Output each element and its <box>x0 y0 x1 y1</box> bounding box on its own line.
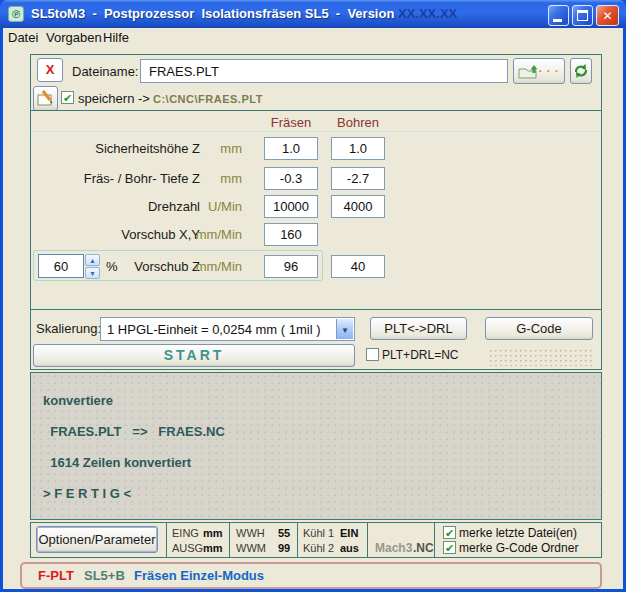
param-input-tiefe-fraesen[interactable] <box>264 167 318 190</box>
app-icon: ℗ <box>8 6 24 22</box>
remember-files-checkbox[interactable]: ✔ <box>443 526 456 539</box>
footer-divider <box>367 522 368 558</box>
param-input-sicherheitshoehe-bohren[interactable] <box>331 137 385 160</box>
mach3-label: Mach3 <box>375 541 412 555</box>
minimize-icon <box>553 19 562 22</box>
console-padding <box>31 373 601 393</box>
title-version: XX.XX.XX <box>398 6 457 21</box>
footer-divider <box>434 522 435 558</box>
menubar: Datei Vorgaben Hilfe <box>3 28 623 47</box>
param-input-drehzahl-bohren[interactable] <box>331 195 385 218</box>
kuehl1-value: EIN <box>340 527 358 539</box>
eing-label: EING <box>172 527 199 539</box>
wwh-value: 55 <box>278 527 290 539</box>
plt-drl-button[interactable]: PLT<->DRL <box>370 317 467 340</box>
refresh-button[interactable] <box>570 58 592 84</box>
dotted-pattern <box>488 348 593 366</box>
gcode-button[interactable]: G-Code <box>485 317 593 340</box>
folder-open-icon <box>518 64 540 79</box>
title-main: SL5toM3 - Postprozessor Isolationsfräsen… <box>31 6 398 21</box>
close-icon: ✕ <box>597 7 618 25</box>
footer-divider <box>229 522 230 558</box>
plt-drl-nc-checkbox[interactable] <box>366 348 379 361</box>
close-button[interactable]: ✕ <box>596 5 619 26</box>
kuehl2-label: Kühl 2 <box>303 542 334 554</box>
footer-divider <box>297 522 298 558</box>
refresh-icon <box>573 63 589 79</box>
clear-x-icon: X <box>46 62 55 77</box>
statusbar: F-PLT SL5+B Fräsen Einzel-Modus <box>20 562 602 589</box>
header-separator <box>31 131 601 132</box>
scaling-combobox[interactable]: 1 HPGL-Einheit = 0,0254 mm ( 1mil ) ▼ <box>100 317 355 341</box>
kuehl1-label: Kühl 1 <box>303 527 334 539</box>
edit-button[interactable] <box>33 86 58 111</box>
filename-input[interactable] <box>140 59 508 83</box>
console-line: FRAES.PLT => FRAES.NC <box>43 424 601 440</box>
console-output: konvertiere FRAES.PLT => FRAES.NC 1614 Z… <box>30 372 602 520</box>
param-input-vorschub-z-bohren[interactable] <box>331 255 385 278</box>
edit-pencil-icon <box>37 90 54 107</box>
save-path: C:\CNC\FRAES.PLT <box>153 93 263 105</box>
kuehl2-value: aus <box>340 542 359 554</box>
save-checkbox[interactable]: ✔ <box>61 91 74 104</box>
scaling-label: Skalierung: <box>36 321 101 336</box>
minimize-button[interactable] <box>548 5 569 26</box>
combobox-arrow-button[interactable]: ▼ <box>336 319 353 339</box>
menu-item-datei[interactable]: Datei <box>8 30 38 45</box>
status-format-mode: SL5+B <box>84 568 125 583</box>
param-input-vorschub-xy-fraesen[interactable] <box>264 223 318 246</box>
console-line: konvertiere <box>43 393 601 409</box>
column-header-fraesen: Fräsen <box>264 115 318 130</box>
options-button[interactable]: Optionen/Parameter <box>36 526 158 553</box>
param-input-tiefe-bohren[interactable] <box>331 167 385 190</box>
app-window: ℗ SL5toM3 - Postprozessor Isolationsfräs… <box>0 0 626 592</box>
plt-drl-nc-label: PLT+DRL=NC <box>382 348 458 362</box>
param-unit-vorschub-z: mm/Min <box>30 259 242 274</box>
status-operation-mode: Fräsen Einzel-Modus <box>134 568 264 583</box>
browse-dots: . . . <box>539 62 559 74</box>
ausg-label: AUSG <box>172 542 203 554</box>
maximize-button[interactable] <box>572 5 593 26</box>
filename-label: Dateiname: <box>72 64 138 79</box>
save-label: speichern -> <box>78 91 150 106</box>
console-line: > F E R T I G < <box>43 486 601 502</box>
ausg-value: mm <box>203 542 223 554</box>
remember-files-label: merke letzte Datei(en) <box>459 526 577 540</box>
wwm-value: 99 <box>278 542 290 554</box>
console-line: 1614 Zeilen konvertiert <box>43 455 601 471</box>
nc-ext-label: .NC <box>413 541 434 555</box>
wwh-label: WWH <box>236 527 265 539</box>
titlebar[interactable]: ℗ SL5toM3 - Postprozessor Isolationsfräs… <box>0 0 626 28</box>
param-input-drehzahl-fraesen[interactable] <box>264 195 318 218</box>
chevron-down-icon: ▼ <box>341 326 349 335</box>
browse-button[interactable]: . . . <box>513 58 565 84</box>
footer-divider <box>166 522 167 558</box>
wwm-label: WWM <box>236 542 266 554</box>
menu-item-hilfe[interactable]: Hilfe <box>103 30 129 45</box>
param-input-sicherheitshoehe-fraesen[interactable] <box>264 137 318 160</box>
start-button[interactable]: START <box>33 344 355 367</box>
menu-item-vorgaben[interactable]: Vorgaben <box>46 30 102 45</box>
eing-value: mm <box>203 527 223 539</box>
param-unit-tiefe: mm <box>30 171 242 186</box>
param-unit-vorschub-xy: mm/Min <box>30 227 242 242</box>
column-header-bohren: Bohren <box>331 115 385 130</box>
param-unit-sicherheitshoehe: mm <box>30 141 242 156</box>
remember-gcode-checkbox[interactable]: ✔ <box>443 541 456 554</box>
window-title: SL5toM3 - Postprozessor Isolationsfräsen… <box>31 6 457 21</box>
param-unit-drehzahl: U/Min <box>30 199 242 214</box>
param-input-vorschub-z-fraesen[interactable] <box>264 255 318 278</box>
clear-file-button[interactable]: X <box>37 58 63 82</box>
combobox-value: 1 HPGL-Einheit = 0,0254 mm ( 1mil ) <box>107 322 321 337</box>
maximize-icon <box>577 10 588 21</box>
status-file-mode: F-PLT <box>38 568 74 583</box>
remember-gcode-label: merke G-Code Ordner <box>459 541 578 555</box>
